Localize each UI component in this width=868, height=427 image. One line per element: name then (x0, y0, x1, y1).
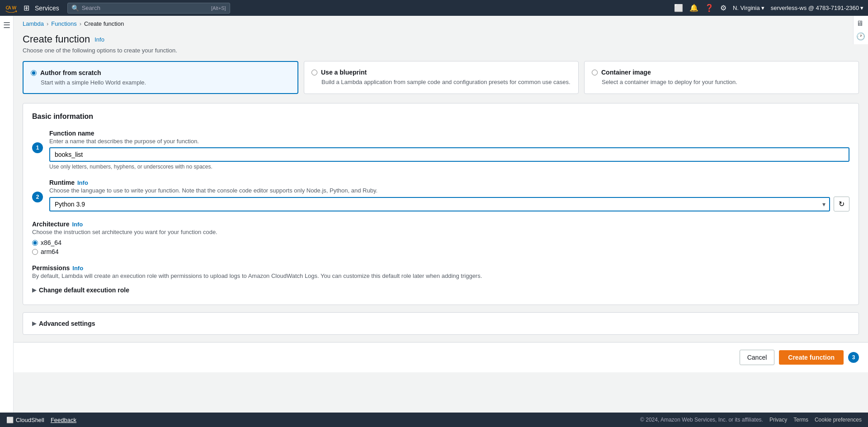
permissions-desc: By default, Lambda will create an execut… (32, 272, 849, 279)
help-icon[interactable]: ❓ (705, 4, 714, 12)
grid-icon[interactable]: ⊞ (24, 4, 29, 12)
collapse-arrow-icon: ▶ (32, 287, 36, 293)
cancel-button[interactable]: Cancel (740, 350, 775, 365)
services-nav-link[interactable]: Services (35, 5, 59, 12)
breadcrumb-sep1: › (47, 20, 48, 27)
arch-radio-arm64[interactable] (32, 249, 38, 255)
advanced-settings-toggle[interactable]: ▶ Advanced settings (32, 320, 849, 327)
option-desc-container: Select a container image to deploy for y… (592, 79, 851, 85)
right-panel-icon2[interactable]: 🕐 (856, 32, 865, 41)
section-title-basic: Basic information (32, 113, 849, 121)
bell-icon[interactable]: 🔔 (689, 4, 698, 12)
runtime-info-link[interactable]: Info (77, 179, 88, 186)
option-desc-author: Start with a simple Hello World example. (31, 79, 290, 86)
runtime-field: 2 Runtime Info Choose the language to us… (32, 179, 849, 211)
basic-info-section: Basic information 1 Function name Enter … (23, 103, 859, 305)
function-name-label: Function name (49, 130, 849, 137)
function-name-input[interactable] (49, 147, 849, 162)
create-function-button[interactable]: Create function (779, 350, 844, 365)
breadcrumb-functions[interactable]: Functions (51, 20, 76, 27)
cloudshell-icon: ⬜ (6, 417, 14, 423)
option-card-author[interactable]: Author from scratch Start with a simple … (23, 61, 298, 94)
runtime-desc: Choose the language to use to write your… (49, 187, 849, 194)
step3-wrap: Create function 3 (779, 350, 859, 365)
arch-option-arm64[interactable]: arm64 (32, 248, 849, 255)
account-selector[interactable]: serverless-ws @ 4783-7191-2360 ▾ (771, 5, 863, 11)
nav-icons: ⬜ 🔔 ❓ ⚙ N. Virginia ▾ serverless-ws @ 47… (674, 4, 863, 12)
breadcrumb-lambda[interactable]: Lambda (23, 20, 44, 27)
aws-logo[interactable] (5, 4, 19, 13)
main-content: Lambda › Functions › Create function Cre… (14, 16, 868, 427)
footer-links: © 2024, Amazon Web Services, Inc. or its… (640, 417, 862, 423)
step2-circle: 2 (32, 192, 43, 202)
search-input[interactable] (82, 5, 208, 11)
region-selector[interactable]: N. Virginia ▾ (733, 5, 764, 11)
option-radio-container[interactable] (592, 70, 598, 75)
terminal-icon[interactable]: ⬜ (674, 4, 683, 12)
advanced-settings-section: ▶ Advanced settings (23, 312, 859, 335)
cloudshell-button[interactable]: ⬜ CloudShell (6, 417, 44, 423)
option-label-author: Author from scratch (40, 69, 101, 76)
runtime-refresh-button[interactable]: ↻ (834, 197, 849, 211)
option-radio-blueprint[interactable] (311, 70, 317, 75)
change-default-role-toggle[interactable]: ▶ Change default execution role (32, 285, 849, 296)
advanced-arrow-icon: ▶ (32, 320, 36, 327)
option-desc-blueprint: Build a Lambda application from sample c… (311, 79, 571, 85)
option-label-blueprint: Use a blueprint (321, 69, 367, 76)
function-name-hint: Use only letters, numbers, hyphens, or u… (49, 164, 849, 170)
runtime-select[interactable]: Python 3.9 Python 3.10 Python 3.11 Node.… (49, 197, 830, 211)
arch-radio-x86[interactable] (32, 240, 38, 246)
right-panel-icon1[interactable]: 🖥 (856, 19, 865, 28)
function-name-desc: Enter a name that describes the purpose … (49, 138, 849, 145)
right-panel: 🖥 🕐 (853, 16, 868, 44)
option-label-container: Container image (601, 69, 651, 76)
privacy-link[interactable]: Privacy (769, 417, 787, 423)
option-card-container[interactable]: Container image Select a container image… (584, 61, 859, 94)
breadcrumb: Lambda › Functions › Create function (14, 16, 868, 30)
search-icon: 🔍 (71, 5, 79, 12)
option-cards: Author from scratch Start with a simple … (14, 61, 868, 103)
feedback-button[interactable]: Feedback (51, 417, 76, 423)
cookie-preferences-link[interactable]: Cookie preferences (815, 417, 862, 423)
page-subtitle: Choose one of the following options to c… (23, 47, 859, 54)
footer-actions: Cancel Create function 3 (14, 342, 868, 372)
breadcrumb-sep2: › (80, 20, 81, 27)
option-radio-author[interactable] (31, 70, 37, 76)
search-shortcut: [Alt+S] (211, 5, 226, 11)
sidebar-toggle[interactable]: ☰ (3, 20, 10, 30)
architecture-section: Architecture Info Choose the instruction… (32, 221, 849, 255)
page-header: Create function Info Choose one of the f… (14, 30, 868, 61)
runtime-label: Runtime Info (49, 179, 849, 186)
architecture-desc: Choose the instruction set architecture … (32, 229, 849, 235)
architecture-info-link[interactable]: Info (72, 221, 83, 228)
step3-circle: 3 (848, 352, 859, 363)
option-card-blueprint[interactable]: Use a blueprint Build a Lambda applicati… (304, 61, 579, 94)
page-info-link[interactable]: Info (94, 36, 104, 43)
architecture-label: Architecture Info (32, 221, 849, 228)
permissions-info-link[interactable]: Info (72, 265, 83, 272)
top-nav: ⊞ Services 🔍 [Alt+S] ⬜ 🔔 ❓ ⚙ N. Virginia… (0, 0, 868, 16)
arch-option-x86[interactable]: x86_64 (32, 239, 849, 246)
page-title-text: Create function (23, 33, 90, 45)
permissions-label: Permissions Info (32, 264, 849, 272)
breadcrumb-current: Create function (84, 20, 124, 27)
bottom-bar: ⬜ CloudShell Feedback © 2024, Amazon Web… (0, 413, 868, 427)
left-sidebar: ☰ (0, 16, 14, 427)
step1-circle: 1 (32, 142, 43, 153)
search-bar[interactable]: 🔍 [Alt+S] (67, 3, 230, 14)
function-name-field: 1 Function name Enter a name that descri… (32, 130, 849, 170)
settings-icon[interactable]: ⚙ (720, 4, 726, 12)
terms-link[interactable]: Terms (793, 417, 808, 423)
permissions-section: Permissions Info By default, Lambda will… (32, 264, 849, 296)
